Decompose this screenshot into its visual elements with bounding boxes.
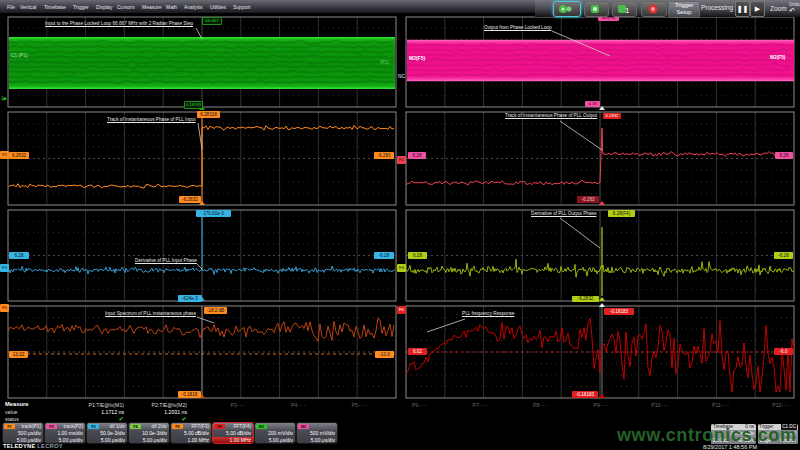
svg-text:1: 1 [625,6,630,15]
